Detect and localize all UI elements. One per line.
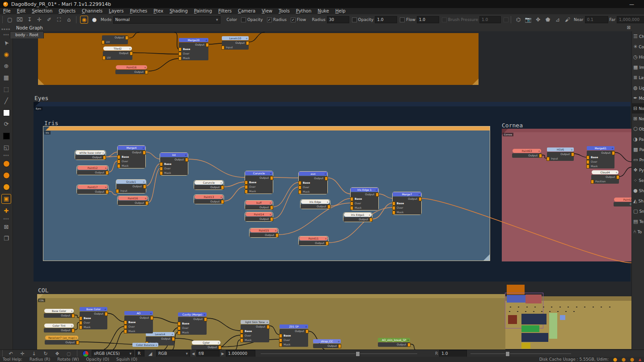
sidebar-item-node-properties-palette[interactable]: ⊞No: [632, 114, 644, 124]
marquee-select-tool-icon[interactable]: ⬚: [2, 85, 11, 94]
graph-node-iris-edge[interactable]: Iris Edge+Output: [301, 200, 330, 209]
menu-layers[interactable]: Layers: [106, 8, 127, 14]
graph-node-light-skin-tone[interactable]: light Skin Tone+OutputBaseOverMask: [241, 320, 269, 342]
cache-state-icon[interactable]: ⬤: [630, 358, 634, 362]
output-port[interactable]: [246, 41, 249, 45]
node-expand-icon[interactable]: +: [324, 172, 326, 176]
output-port[interactable]: [419, 197, 422, 201]
input-port-mask[interactable]: [350, 206, 353, 210]
graph-node-receiver7-ao-map-[interactable]: Receiver7 (ao_map)+Output: [45, 336, 79, 345]
node-graph-tool-icon[interactable]: ▣: [1, 194, 11, 204]
graph-node-ao[interactable]: AO+OutputBaseOverMask: [124, 311, 153, 333]
node-expand-icon[interactable]: +: [615, 170, 618, 174]
output-port[interactable]: [105, 312, 108, 316]
input-port-base[interactable]: [350, 197, 353, 201]
graph-node-merge7[interactable]: Merge7+OutputBaseOverMask: [393, 192, 421, 215]
node-expand-icon[interactable]: +: [326, 200, 329, 204]
output-port[interactable]: [369, 218, 373, 222]
graph-node-white-base-color[interactable]: white base color+Output: [75, 151, 106, 160]
airbrush-icon[interactable]: 🖌: [563, 17, 572, 23]
output-port[interactable]: [185, 158, 188, 162]
graph-node-color-tint[interactable]: Color Tint+Output: [44, 324, 74, 333]
graph-node-paint63[interactable]: Paint63+Output: [512, 149, 542, 158]
input-port-uv[interactable]: [102, 56, 106, 60]
graph-node-paint11[interactable]: Paint11+Output: [299, 236, 328, 245]
node-expand-icon[interactable]: +: [71, 309, 73, 313]
node-expand-icon[interactable]: +: [71, 324, 73, 328]
graph-node-color[interactable]: Color+Output: [191, 341, 221, 349]
mask-shape-icon[interactable]: ⬟: [543, 17, 553, 23]
input-port-base[interactable]: [245, 181, 248, 185]
output-port[interactable]: [221, 200, 224, 204]
symmetry-icon[interactable]: ✥: [533, 17, 543, 23]
home-icon[interactable]: ⌂: [64, 17, 74, 23]
undo-icon[interactable]: ↶: [5, 351, 17, 357]
node-expand-icon[interactable]: +: [185, 153, 187, 157]
output-port[interactable]: [76, 341, 79, 345]
input-port-over[interactable]: [586, 160, 589, 164]
output-port[interactable]: [407, 343, 411, 347]
menu-shading[interactable]: Shading: [166, 8, 191, 14]
input-port-mask[interactable]: [392, 210, 395, 215]
marquee-circle-tool-icon[interactable]: ◉: [2, 50, 11, 59]
node-expand-icon[interactable]: +: [129, 46, 131, 51]
select-cursor-tool-icon[interactable]: ➤: [0, 37, 13, 49]
input-port-over[interactable]: [350, 202, 353, 206]
input-port-base[interactable]: [160, 162, 163, 166]
output-port[interactable]: [143, 185, 146, 189]
output-port[interactable]: [125, 36, 128, 40]
active-brush-icon[interactable]: ◉: [80, 16, 88, 24]
output-port[interactable]: [145, 70, 148, 74]
gradient-slope-icon[interactable]: ◢: [144, 351, 156, 357]
node-expand-icon[interactable]: +: [375, 188, 377, 192]
node-expand-icon[interactable]: +: [269, 212, 271, 216]
sidebar-item-lights-palette[interactable]: ◍Lig: [632, 83, 644, 93]
rotation-slider[interactable]: [470, 354, 571, 354]
output-port[interactable]: [218, 345, 221, 349]
output-port[interactable]: [145, 201, 148, 205]
sidebar-item-projectors-palette[interactable]: ▭Pro: [632, 155, 644, 165]
new-project-icon[interactable]: ▢: [5, 17, 15, 23]
group-tab[interactable]: COL: [38, 299, 45, 302]
sidebar-item-snapshots-palette[interactable]: ▢Sn: [632, 206, 644, 216]
grid-tool-icon[interactable]: ▦: [2, 73, 11, 82]
output-port[interactable]: [150, 316, 153, 320]
input-port-over[interactable]: [160, 167, 163, 171]
sidebar-item-python-palette[interactable]: ❖Pyt: [632, 165, 644, 175]
node-expand-icon[interactable]: +: [142, 146, 144, 150]
sidebar-item-patches-palette[interactable]: ▩Pat: [632, 144, 644, 155]
graph-node-merge61[interactable]: Merge61+OutputBaseOverMask: [587, 146, 614, 168]
panel-close-icon[interactable]: ⊠: [627, 25, 631, 30]
menu-camera[interactable]: Camera: [235, 8, 258, 14]
lasso-tool-icon[interactable]: ⊕: [2, 62, 11, 71]
input-port-base[interactable]: [178, 47, 182, 51]
add-node-icon[interactable]: ✚: [2, 206, 11, 215]
image-box-icon[interactable]: ⊠: [2, 223, 11, 232]
input-port-mask[interactable]: [117, 164, 120, 168]
output-port[interactable]: [221, 185, 224, 189]
cache-lock-icon[interactable]: ⬤: [613, 358, 617, 362]
exposure-next-button[interactable]: ▶: [220, 352, 226, 356]
graph-node-levels10[interactable]: Levels10+OutputInput: [222, 36, 249, 50]
opacity-field[interactable]: 1.0: [375, 16, 397, 23]
sidebar-item-shaders-palette[interactable]: ●Sh: [632, 185, 644, 196]
output-port[interactable]: [130, 51, 133, 55]
sidebar-item-selection-groups-palette[interactable]: ⁘Sel: [632, 175, 644, 185]
swap-colors-icon[interactable]: ⟳: [2, 120, 11, 129]
panel-grip[interactable]: ▪▪▪▪: [1, 27, 10, 30]
graph-node-iris-edge-1[interactable]: Iris Edge 1+OutputBaseOverMask: [351, 188, 378, 210]
graph-node-iris-edge1[interactable]: Iris Edge1+Output: [343, 213, 372, 222]
graph-node-paint12[interactable]: Paint12+Output: [77, 166, 108, 175]
node-expand-icon[interactable]: +: [105, 185, 107, 189]
node-graph-canvas[interactable]: EyesEyesIrisIrisCorneaCorneaCOLCOLOutput…: [13, 31, 631, 349]
graph-node-tiled2[interactable]: Tiled2+OutputUV: [103, 46, 132, 60]
input-port-base[interactable]: [79, 316, 82, 320]
radius-field[interactable]: 30: [327, 16, 349, 23]
graph-node-merge4[interactable]: Merge4+OutputBaseOverMask: [118, 146, 145, 168]
sidebar-item-shelf-palette[interactable]: ◭Sh: [632, 196, 644, 206]
input-port-over[interactable]: [298, 185, 301, 189]
graph-node-base-color[interactable]: Base Color+Output: [44, 309, 74, 318]
drop-icon[interactable]: ↓: [28, 351, 40, 357]
graph-node-ztrap-cc[interactable]: ztrap_CC+Output: [313, 339, 341, 348]
input-port-mask[interactable]: [79, 325, 82, 329]
